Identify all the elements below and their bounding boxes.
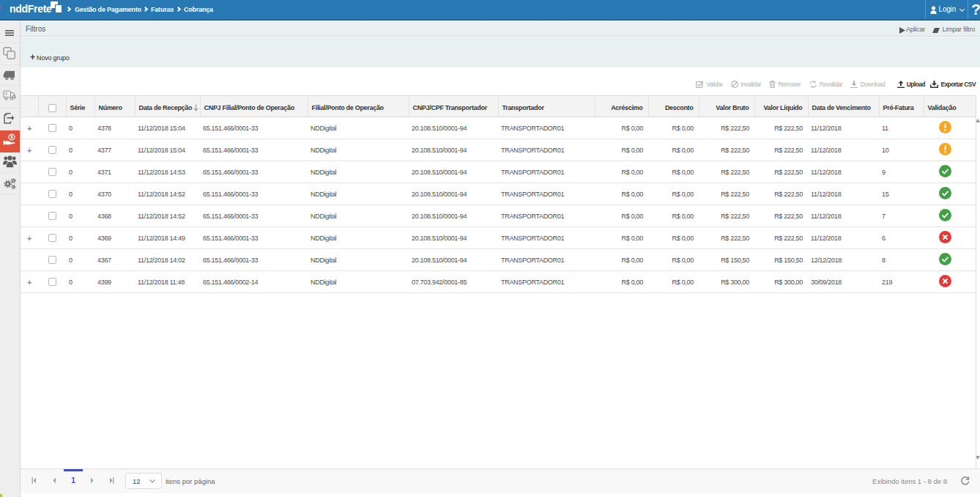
svg-text:$: $ bbox=[10, 134, 13, 140]
